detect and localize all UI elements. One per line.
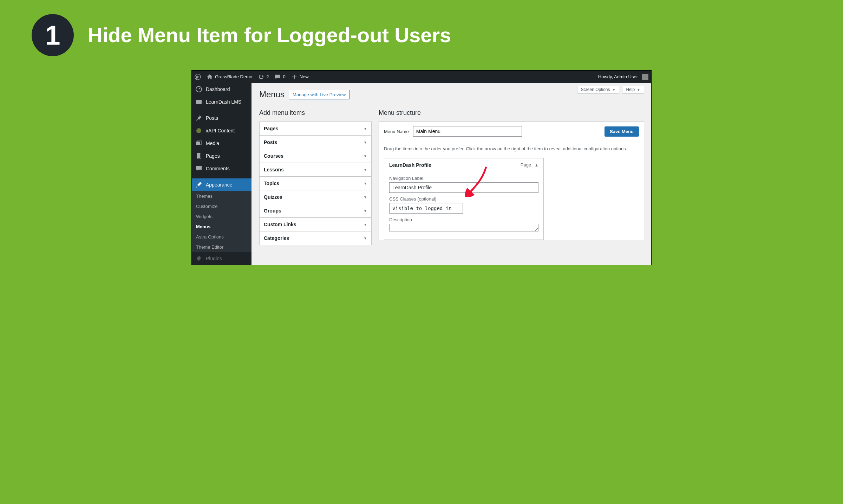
sidebar-item-plugins[interactable]: Plugins xyxy=(192,252,251,265)
xapi-icon xyxy=(195,127,202,134)
menu-item-type: Page xyxy=(521,162,531,168)
chevron-down-icon: ▼ xyxy=(364,182,367,185)
accordion-custom-links[interactable]: Custom Links▼ xyxy=(259,217,372,231)
chevron-down-icon: ▼ xyxy=(364,127,367,131)
plus-icon xyxy=(291,74,298,80)
sidebar-sub-widgets[interactable]: Widgets xyxy=(192,211,251,222)
description-input[interactable] xyxy=(389,224,538,231)
svg-point-3 xyxy=(196,128,201,133)
sidebar-item-pages[interactable]: Pages xyxy=(192,150,251,162)
accordion-courses[interactable]: Courses▼ xyxy=(259,149,372,163)
admin-sidebar: Dashboard LearnDash LMS Posts xAPI Conte… xyxy=(192,83,251,265)
help-tab[interactable]: Help ▼ xyxy=(622,86,644,94)
screen-options-tab[interactable]: Screen Options ▼ xyxy=(577,86,620,94)
menu-name-input[interactable] xyxy=(413,126,522,137)
svg-rect-2 xyxy=(196,100,202,104)
chevron-down-icon: ▼ xyxy=(364,223,367,227)
sidebar-item-media[interactable]: Media xyxy=(192,137,251,150)
navigation-label-input[interactable] xyxy=(389,182,538,193)
pages-icon xyxy=(195,152,202,159)
accordion-topics[interactable]: Topics▼ xyxy=(259,176,372,190)
chevron-down-icon: ▼ xyxy=(364,195,367,199)
page-title: Menus xyxy=(259,90,285,99)
chevron-down-icon: ▼ xyxy=(364,168,367,172)
sidebar-sub-customize[interactable]: Customize xyxy=(192,201,251,211)
dashboard-icon xyxy=(195,86,202,93)
avatar xyxy=(642,74,648,80)
menu-structure-heading: Menu structure xyxy=(379,109,644,117)
learndash-icon xyxy=(195,98,202,105)
comments-icon xyxy=(195,165,202,172)
media-icon xyxy=(195,140,202,147)
manage-live-preview-button[interactable]: Manage with Live Preview xyxy=(289,90,349,99)
sidebar-item-comments[interactable]: Comments xyxy=(192,162,251,175)
sidebar-item-learndash[interactable]: LearnDash LMS xyxy=(192,96,251,108)
pin-icon xyxy=(195,114,202,122)
admin-bar-comments[interactable]: 0 xyxy=(274,74,285,80)
sidebar-sub-themes[interactable]: Themes xyxy=(192,191,251,201)
brush-icon xyxy=(195,181,202,188)
wp-admin-screenshot: GrassBlade Demo 2 0 New Howdy, Admin Use… xyxy=(191,70,652,265)
add-menu-items-heading: Add menu items xyxy=(259,109,372,117)
accordion-quizzes[interactable]: Quizzes▼ xyxy=(259,190,372,204)
save-menu-button[interactable]: Save Menu xyxy=(605,126,639,137)
admin-bar-new[interactable]: New xyxy=(291,74,309,80)
plugin-icon xyxy=(195,255,202,262)
sidebar-item-dashboard[interactable]: Dashboard xyxy=(192,83,251,96)
accordion-categories[interactable]: Categories▼ xyxy=(259,231,372,245)
menu-item-title: LearnDash Profile xyxy=(389,162,431,168)
wp-logo-icon[interactable] xyxy=(195,74,201,80)
chevron-down-icon: ▼ xyxy=(364,154,367,158)
refresh-icon xyxy=(258,74,264,80)
chevron-down-icon: ▼ xyxy=(364,209,367,213)
comment-icon xyxy=(274,74,281,80)
chevron-down-icon: ▼ xyxy=(364,140,367,144)
sidebar-item-xapi[interactable]: xAPI Content xyxy=(192,124,251,137)
admin-bar-updates[interactable]: 2 xyxy=(258,74,269,80)
sidebar-sub-astra[interactable]: Astra Options xyxy=(192,232,251,242)
step-number-badge: 1 xyxy=(32,14,74,56)
css-classes-input[interactable] xyxy=(389,203,463,214)
css-classes-label: CSS Classes (optional) xyxy=(389,196,538,202)
sidebar-sub-menus[interactable]: Menus xyxy=(192,222,251,232)
accordion-groups[interactable]: Groups▼ xyxy=(259,204,372,217)
navigation-label-label: Navigation Label xyxy=(389,176,538,181)
admin-bar-site-name[interactable]: GrassBlade Demo xyxy=(207,74,252,80)
home-icon xyxy=(207,74,213,80)
chevron-down-icon: ▼ xyxy=(612,88,616,92)
admin-bar-user[interactable]: Howdy, Admin User xyxy=(598,74,648,80)
instructions-text: Drag the items into the order you prefer… xyxy=(379,141,644,155)
sidebar-item-appearance[interactable]: Appearance xyxy=(192,178,251,191)
banner-title: Hide Menu Item for Logged-out Users xyxy=(88,24,451,47)
accordion-lessons[interactable]: Lessons▼ xyxy=(259,163,372,176)
menu-name-label: Menu Name xyxy=(384,129,409,134)
sidebar-item-posts[interactable]: Posts xyxy=(192,112,251,124)
description-label: Description xyxy=(389,217,538,222)
accordion-posts[interactable]: Posts▼ xyxy=(259,135,372,149)
chevron-down-icon: ▼ xyxy=(637,88,640,92)
sidebar-sub-editor[interactable]: Theme Editor xyxy=(192,242,251,252)
accordion-pages[interactable]: Pages▼ xyxy=(259,122,372,135)
wp-admin-bar: GrassBlade Demo 2 0 New Howdy, Admin Use… xyxy=(192,71,651,83)
menu-item-learndash-profile: LearnDash Profile Page ▲ Navigation Labe… xyxy=(384,158,544,240)
chevron-up-icon[interactable]: ▲ xyxy=(535,163,538,167)
chevron-down-icon: ▼ xyxy=(364,236,367,240)
